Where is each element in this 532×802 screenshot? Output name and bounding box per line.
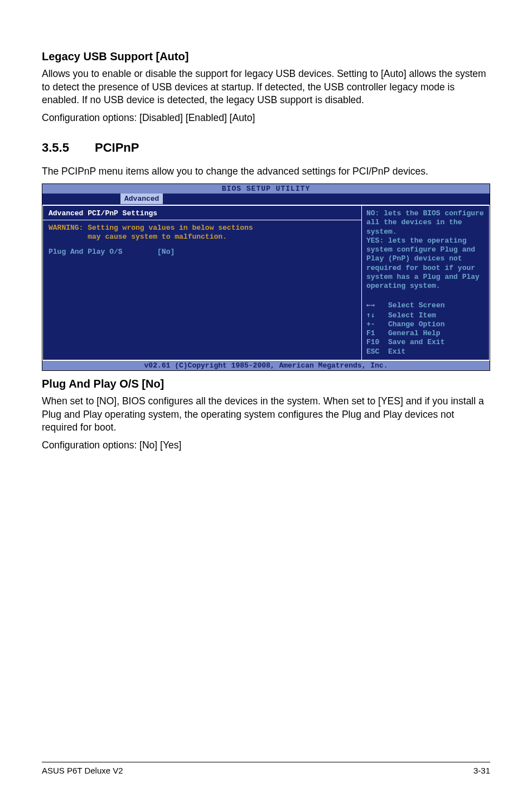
subsection-number: 3.5.5	[42, 141, 95, 155]
page-footer: ASUS P6T Deluxe V2 3-31	[42, 762, 490, 775]
bios-key-f10: F10	[366, 338, 379, 346]
para-legacy-usb-opts: Configuration options: [Disabled] [Enabl…	[42, 112, 490, 125]
footer-left: ASUS P6T Deluxe V2	[42, 766, 123, 775]
bios-key-esc: ESC	[366, 347, 379, 356]
bios-help-text: NO: lets the BIOS configure all the devi…	[366, 209, 485, 291]
footer-right: 3-31	[473, 766, 490, 775]
bios-key-help: ←→ Select Screen ↑↓ Select Item +- Chang…	[366, 301, 485, 356]
para-pnp-desc: When set to [NO], BIOS configures all th…	[42, 395, 490, 434]
bios-key-row: ↑↓ Select Item	[366, 311, 485, 320]
bios-footer: v02.61 (C)Copyright 1985-2008, American …	[42, 361, 490, 370]
bios-warning: WARNING: Setting wrong values in below s…	[49, 224, 356, 242]
para-legacy-usb-desc: Allows you to enable or disable the supp…	[42, 67, 490, 107]
bios-main-pane: Advanced PCI/PnP Settings WARNING: Setti…	[42, 205, 490, 361]
bios-key-f1: F1	[366, 329, 375, 337]
bios-right-pane: NO: lets the BIOS configure all the devi…	[361, 205, 490, 360]
bios-key-label: Select Screen	[388, 301, 444, 310]
bios-key-row: +- Change Option	[366, 320, 485, 329]
bios-item-plug-and-play[interactable]: Plug And Play O/S [No]	[49, 248, 356, 256]
para-pcipnp-intro: The PCIPnP menu items allow you to chang…	[42, 165, 490, 178]
bios-left-title: Advanced PCI/PnP Settings	[49, 209, 356, 218]
bios-key-label: Select Item	[388, 311, 436, 320]
bios-item-value: [No]	[157, 248, 175, 256]
bios-key-label: General Help	[384, 329, 440, 337]
bios-title-bar: BIOS SETUP UTILITY	[42, 184, 490, 194]
bios-item-label: Plug And Play O/S	[49, 248, 123, 256]
bios-key-label: Save and Exit	[388, 338, 444, 346]
bios-key-label: Change Option	[384, 320, 444, 328]
arrow-lr-icon: ←→	[366, 301, 375, 309]
bios-key-label: Exit	[388, 347, 405, 356]
bios-tab-row: Advanced	[42, 194, 490, 205]
bios-screenshot: BIOS SETUP UTILITY Advanced Advanced PCI…	[42, 183, 490, 371]
arrow-ud-icon: ↑↓	[366, 311, 375, 319]
subsection-title: PCIPnP	[95, 141, 139, 155]
bios-key-row: ←→ Select Screen	[366, 301, 485, 310]
bios-left-pane: Advanced PCI/PnP Settings WARNING: Setti…	[42, 205, 361, 360]
bios-separator	[43, 220, 361, 220]
subsection-header: 3.5.5 PCIPnP	[42, 141, 490, 155]
bios-tab-advanced[interactable]: Advanced	[120, 194, 163, 204]
heading-legacy-usb: Legacy USB Support [Auto]	[42, 50, 490, 63]
bios-key-row: F10 Save and Exit	[366, 338, 485, 347]
bios-key-row: ESC Exit	[366, 347, 485, 356]
plus-minus-icon: +-	[366, 320, 375, 328]
para-pnp-opts: Configuration options: [No] [Yes]	[42, 439, 490, 452]
bios-key-row: F1 General Help	[366, 329, 485, 338]
heading-plug-and-play: Plug And Play O/S [No]	[42, 378, 490, 390]
